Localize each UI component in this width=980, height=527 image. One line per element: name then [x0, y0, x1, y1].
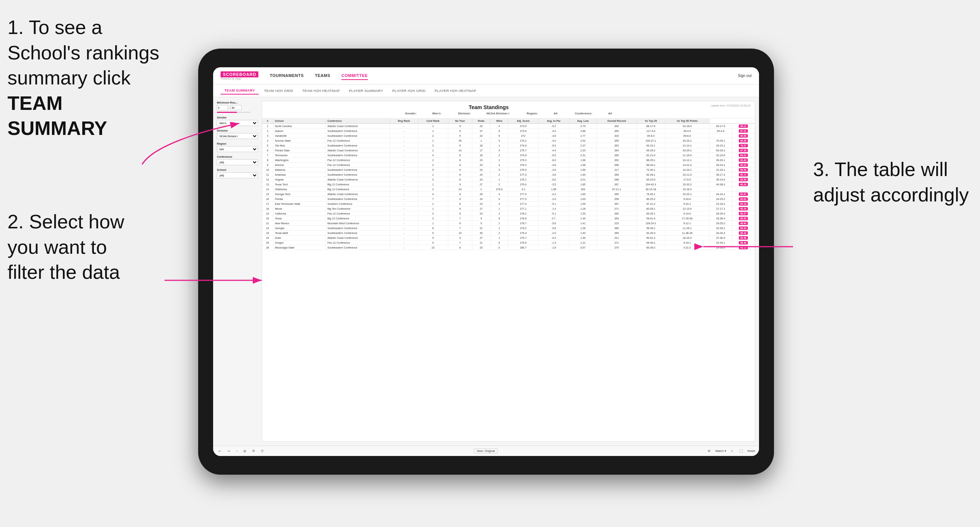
table-cell: - [390, 167, 418, 172]
table-cell: - [390, 235, 418, 240]
share-button[interactable]: Share [748, 449, 755, 452]
nav-committee[interactable]: COMMITTEE [341, 72, 368, 80]
table-cell: 265 [597, 192, 636, 197]
table-cell: 1.85 [570, 192, 597, 197]
col-vs25: Vs Top 25 [637, 119, 665, 124]
table-cell: 9 [448, 129, 472, 133]
table-cell: 269 [597, 216, 636, 221]
table-cell: 0 [490, 245, 508, 250]
table-cell: 2 [418, 133, 448, 138]
nav-teams[interactable]: TEAMS [315, 72, 330, 80]
table-cell: - [390, 211, 418, 216]
tab-player-summary[interactable]: PLAYER SUMMARY [345, 87, 387, 94]
table-cell: 8 [448, 172, 472, 177]
table-cell: Georgia [273, 226, 326, 230]
watch-button[interactable]: Watch ▾ [715, 449, 726, 452]
update-time: Update time: 27/03/2024 16:56:26 [711, 104, 751, 107]
tab-player-h2h-heatmap[interactable]: PLAYER H2H HEATMAP [431, 87, 480, 94]
toolbar-resize[interactable]: ⤢ [729, 449, 735, 454]
table-cell: 1 [490, 177, 508, 182]
toolbar-undo[interactable]: ↩ [217, 449, 223, 454]
nav-tournaments[interactable]: TOURNAMENTS [270, 72, 304, 80]
table-cell: -6.0 [538, 177, 569, 182]
view-original-button[interactable]: View: Original [474, 449, 497, 453]
filter-range-to[interactable] [230, 105, 242, 110]
table-cell: 9 [448, 197, 472, 202]
tab-player-h2h-grid[interactable]: PLAYER H2H GRID [388, 87, 429, 94]
table-cell: - [390, 226, 418, 230]
table-cell: - [390, 230, 418, 235]
tab-team-summary[interactable]: TEAM SUMMARY [221, 87, 259, 95]
table-cell: 24-25-2 [709, 197, 732, 202]
table-cell: 1 [418, 182, 448, 187]
table-cell: 79-25-1 [709, 138, 732, 143]
sign-out-button[interactable]: Sign out [738, 74, 751, 78]
table-cell: 1.28 [570, 206, 597, 211]
instruction-step3: 3. The table will adjust accordingly [813, 157, 969, 208]
col-rank: # [262, 119, 273, 124]
toolbar-eye[interactable]: 👁 [706, 449, 712, 454]
filter-range-from[interactable] [217, 105, 228, 110]
instruction-step2: 2. Select how you want to filter the dat… [8, 209, 124, 285]
table-cell: North Carolina [273, 124, 326, 129]
table-cell: 12 [262, 177, 273, 182]
table-cell: Southeastern Conference [326, 197, 390, 202]
table-cell: 8 [448, 211, 472, 216]
table-cell: 20-39-1 [709, 226, 732, 230]
table-cell: 15-32-2 [665, 182, 709, 187]
tab-team-h2h-grid[interactable]: TEAM H2H GRID [260, 87, 297, 94]
table-cell: 88.84 [732, 221, 755, 226]
table-header-area: Update time: 27/03/2024 16:56:26 Team St… [262, 101, 755, 119]
col-avg-par: Avg. to Par [538, 119, 569, 124]
table-cell: 18 [472, 153, 490, 158]
toolbar-clock[interactable]: ⏱ [259, 449, 266, 454]
table-cell: 1 [490, 158, 508, 163]
table-cell: 6 [448, 167, 472, 172]
tab-team-h2h-heatmap[interactable]: TEAM H2H HEATMAP [298, 87, 344, 94]
table-cell: 3 [418, 216, 448, 221]
table-cell: 279.7 [508, 235, 538, 240]
table-cell: -4.4 [538, 148, 569, 153]
table-cell: 13-24-1 [665, 167, 709, 172]
table-cell: 1.28 [570, 226, 597, 230]
toolbar-back[interactable]: ‹ [235, 449, 239, 454]
table-cell: Alabama [273, 167, 326, 172]
table-cell: 11-19-0 [665, 153, 709, 158]
table-cell: Florida State [273, 148, 326, 153]
table-row: 8WashingtonPac-12 Conference-28231276.3-… [262, 158, 755, 163]
table-cell: -6.0 [538, 158, 569, 163]
table-cell: -4.0 [538, 138, 569, 143]
table-cell: 33-38-4 [709, 216, 732, 221]
table-cell: Southeastern Conference [326, 129, 390, 133]
toolbar-redo[interactable]: ↪ [226, 449, 232, 454]
toolbar-copy[interactable]: ⧉ [251, 448, 256, 454]
slider-bar[interactable] [217, 112, 250, 113]
table-cell: - [390, 221, 418, 226]
table-cell: 9 [448, 235, 472, 240]
table-cell: 23 [472, 167, 490, 172]
table-cell: 54-4-0 [709, 129, 732, 133]
table-cell: 13 [262, 182, 273, 187]
table-cell: 8 [262, 158, 273, 163]
table-cell: 11 [262, 172, 273, 177]
filter-range: - [217, 105, 258, 110]
table-cell: -4.2 [538, 192, 569, 197]
table-cell: Mississippi State [273, 245, 326, 250]
table-cell: - [390, 187, 418, 192]
table-cell: 24 [472, 211, 490, 216]
table-cell: 21 [472, 226, 490, 230]
arrow-team-summary [135, 116, 247, 172]
table-cell: 21 [262, 221, 273, 226]
arrow-table-adjust [700, 232, 797, 262]
table-cell: -5.2 [538, 124, 569, 129]
table-cell: 1.21 [570, 240, 597, 245]
instruction-step1-text: 1. To see a School's rankings summary cl… [8, 16, 159, 89]
table-cell: 6 [490, 133, 508, 138]
filter-school-select[interactable]: (All) [217, 172, 258, 178]
table-cell: 87.21 [732, 129, 755, 133]
table-cell: East Tennessee State [273, 202, 326, 206]
table-cell: 89.11 [732, 124, 755, 129]
toolbar-expand[interactable]: ⛶ [738, 449, 745, 454]
table-row: 7TennesseeSoutheastern Conference-461822… [262, 153, 755, 158]
toolbar-grid[interactable]: ⊞ [242, 449, 248, 454]
